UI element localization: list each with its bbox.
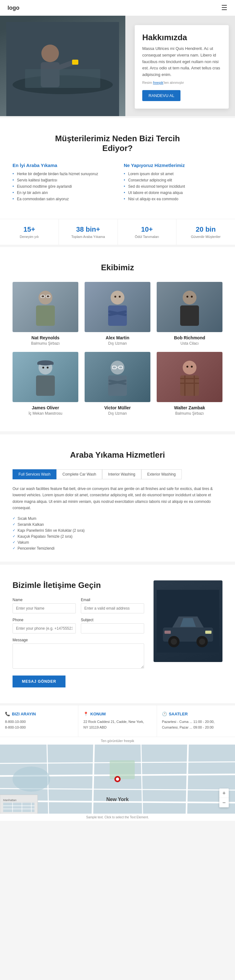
header: logo ☰ [0,0,235,16]
hours-line2: Cumartesi, Pazar ... 09:00 - 20:00 [162,724,230,730]
zoom-out-button[interactable]: − [219,798,229,807]
svg-point-10 [47,295,49,297]
message-label: Message [13,638,144,642]
subject-input[interactable] [81,624,144,633]
stat-label: Ödül Tanımaları [121,235,173,239]
hours-line1: Pazartesi - Cuma ... 11:00 - 20:00, [162,719,230,725]
service-feature: Seramik Kalkan [13,522,222,527]
svg-rect-69 [3,803,35,812]
stat-label: Güvenilir Müşteriler [180,235,232,239]
service-feature: Sıcak Mum [13,516,222,521]
svg-point-50 [199,638,205,645]
contact-section: Bizimle İletişime Geçin Name Email Phone… [0,565,235,703]
col1-title: En İyi Araba Yıkama [13,162,111,168]
email-input[interactable] [81,603,144,613]
contact-image [153,581,222,687]
zoom-in-button[interactable]: + [219,789,229,798]
contact-inner: Bizimle İletişime Geçin Name Email Phone… [13,581,222,687]
list-item: Lorem ipsum dolor sit amet [124,172,222,176]
team-card-nat: Nat Reynolds Balmumu Şirbazı [13,282,78,345]
team-photo-walter [157,352,222,402]
location-line2: NY 10119 ABD [84,724,151,730]
hero-image [0,16,125,116]
list-item: Herke bir değerde birdən fazla hizmet su… [13,172,111,176]
name-label: Name [13,598,76,602]
svg-point-43 [186,366,188,368]
team-role-nat: Balmumu Şirbazı [13,341,78,345]
hero-credit: Resim freepik'ten alınmıştır [142,80,221,86]
why-choose-columns: En İyi Araba Yıkama Herke bir değerde bi… [13,162,222,203]
svg-point-2 [41,45,59,62]
tab-full-wash[interactable]: Full Services Wash [13,469,57,479]
form-row-name-email: Name Email [13,598,144,613]
svg-rect-34 [108,375,127,396]
cta-button[interactable]: RANDEVU AL [142,90,180,101]
list-item: Sed do eiusmod tempor incididunt [124,184,222,189]
map-background: New York Manhattan [0,745,235,814]
svg-point-65 [116,778,119,781]
separator [0,431,235,433]
form-group-email: Email [81,598,144,613]
hero-title: Hakkımızda [142,33,221,42]
list-item: Ut labore et dolore magna aliqua [124,191,222,195]
stat-num: 20 bin [180,225,232,234]
svg-point-22 [186,296,188,298]
email-label: Email [81,598,144,602]
service-features: Sıcak Mum Seramik Kalkan Kapı Panellerin… [13,516,222,550]
svg-point-62 [13,767,50,792]
svg-point-37 [183,361,196,374]
hero-description: Massa Ultrices mi Quis Hendrerit. Ac ut … [142,46,221,78]
svg-point-7 [39,291,52,304]
map-svg: New York Manhattan [0,745,235,814]
phone-label: Phone [13,618,76,622]
col2-title: Ne Yapıyoruz Hizmetlerimiz [124,162,222,168]
phone-input[interactable] [13,624,76,633]
phone-icon: 📞 [5,712,10,716]
services-section: Araba Yıkama Hizmetleri Full Services Wa… [0,434,235,562]
col1-list: Herke bir değerde birdən fazla hizmet su… [13,172,111,201]
car-image [153,581,222,662]
car-illustration [157,590,219,652]
submit-button[interactable]: MESAJ GÖNDER [13,676,65,687]
subject-label: Subject [81,618,144,622]
list-item: Ea commododan satın alıyoruz [13,197,111,201]
list-item: Consectetur adipiscing elit [124,178,222,182]
tab-interior-wash[interactable]: Interior Washing [102,469,141,479]
stat-customers: 20 bin Güvenilir Müşteriler [177,219,235,245]
menu-icon[interactable]: ☰ [221,4,227,12]
svg-point-44 [191,366,193,368]
phone-line1: 8-800-10-000 [5,719,73,725]
team-name-alex: Alex Martin [85,335,150,340]
team-role-alex: Dış Uzman [85,341,150,345]
team-card-james: James Oliver İç Mekan Maestrosu [13,352,78,415]
svg-point-14 [110,291,125,304]
form-group-name: Name [13,598,76,613]
team-title: Ekibimiz [13,263,222,272]
svg-point-27 [42,367,44,369]
svg-rect-51 [205,631,211,634]
form-row-phone-subject: Phone Subject [13,618,144,633]
separator [0,562,235,563]
tab-complete-wash[interactable]: Complete Car Wash [57,469,102,479]
tab-exterior-wash[interactable]: Exterior Washing [141,469,182,479]
team-name-victor: Victor Müller [85,405,150,410]
team-name-walter: Walter Zambak [157,405,222,410]
why-choose-title: Müşterilerimiz Neden Bizi Tercih Ediyor? [13,134,222,153]
form-group-phone: Phone [13,618,76,633]
services-title: Araba Yıkama Hizmetleri [13,450,222,460]
map-controls: + − [219,789,229,807]
team-photo-nat [13,282,78,332]
info-card-phone: 📞 BIZI ARAYIN 8-800-10-000 8-800-10-000 [0,705,78,737]
svg-rect-6 [25,69,100,88]
col2-list: Lorem ipsum dolor sit amet Consectetur a… [124,172,222,201]
message-textarea[interactable] [13,643,144,668]
team-section: Ekibimiz Nat Reynolds Balmumu Şirbazı [0,247,235,431]
stat-washes: 38 bin+ Toplam Araba Yıkama [59,219,118,245]
team-name-james: James Oliver [13,405,78,410]
stat-label: Deneyim yılı [3,235,55,239]
name-input[interactable] [13,603,76,613]
stat-num: 15+ [3,225,55,234]
team-card-alex: Alex Martin Dış Uzman [85,282,150,345]
svg-rect-8 [36,305,55,326]
team-photo-james [13,352,78,402]
